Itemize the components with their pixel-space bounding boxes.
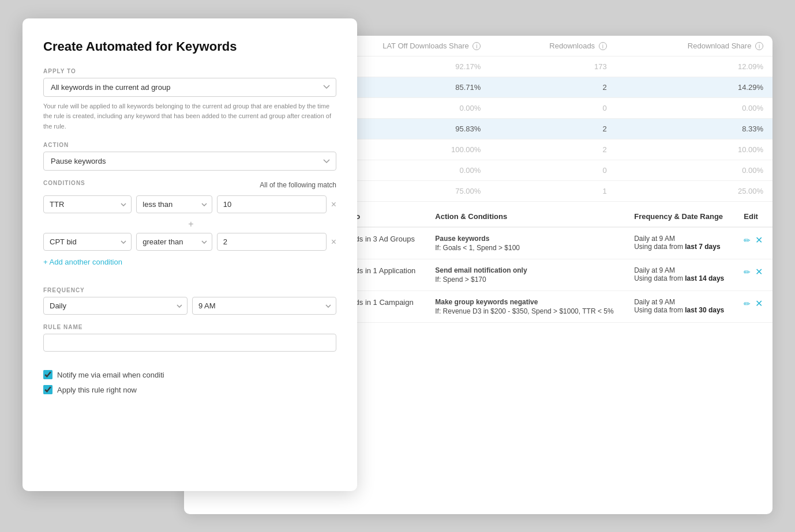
form-panel: Create Automated for Keywords APPLY TO A… xyxy=(22,18,357,491)
edit-pencil-icon[interactable]: ✏ xyxy=(744,236,751,245)
form-title: Create Automated for Keywords xyxy=(43,39,336,54)
lat-info-icon[interactable]: i xyxy=(472,42,481,50)
condition2-value-input[interactable] xyxy=(217,233,327,251)
action-label: ACTION xyxy=(43,142,336,148)
apply-now-label: Apply this rule right now xyxy=(57,386,137,394)
redownloads-info-icon[interactable]: i xyxy=(599,42,607,50)
frequency-row: Daily 9 AM xyxy=(43,297,336,315)
apply-to-select[interactable]: All keywords in the current ad group xyxy=(43,78,336,97)
conditions-match-text: All of the following match xyxy=(260,181,336,189)
condition1-operator-select[interactable]: less than xyxy=(136,195,212,213)
apply-now-checkbox[interactable] xyxy=(43,385,52,394)
col-redownloads: Redownloads i xyxy=(490,36,616,56)
condition1-value-input[interactable] xyxy=(217,195,327,213)
conditions-label: CONDITIONS xyxy=(43,180,85,186)
condition2-remove-button[interactable]: × xyxy=(331,237,336,247)
condition1-field-select[interactable]: TTR xyxy=(43,195,132,213)
frequency-label: FREQUENCY xyxy=(43,287,336,293)
edit-pencil-icon[interactable]: ✏ xyxy=(744,299,751,308)
notify-label: Notify me via email when conditi xyxy=(57,371,164,379)
action-select[interactable]: Pause keywords xyxy=(43,152,336,171)
rule-name-input[interactable] xyxy=(43,334,336,352)
add-condition-link[interactable]: + Add another condition xyxy=(43,258,122,266)
frequency-time-select[interactable]: 9 AM xyxy=(192,297,336,315)
notify-checkbox[interactable] xyxy=(43,370,52,379)
condition-separator: + xyxy=(46,219,336,229)
condition1-remove-button[interactable]: × xyxy=(331,200,336,209)
condition-row-2: CPT bid greater than × xyxy=(43,233,336,251)
condition2-field-select[interactable]: CPT bid xyxy=(43,233,132,251)
edit-pencil-icon[interactable]: ✏ xyxy=(744,267,751,277)
edit-delete-icon[interactable]: ✕ xyxy=(755,266,763,277)
apply-to-hint: Your rule will be applied to all keyword… xyxy=(43,101,336,132)
redownload-share-info-icon[interactable]: i xyxy=(755,42,763,50)
condition-row-1: TTR less than × xyxy=(43,195,336,213)
frequency-select[interactable]: Daily xyxy=(43,297,187,315)
rule-name-label: RULE NAME xyxy=(43,324,336,330)
edit-delete-icon[interactable]: ✕ xyxy=(755,235,763,246)
notify-checkbox-row: Notify me via email when conditi xyxy=(43,370,336,379)
apply-to-label: APPLY TO xyxy=(43,68,336,74)
apply-now-checkbox-row: Apply this rule right now xyxy=(43,385,336,394)
condition2-operator-select[interactable]: greater than xyxy=(136,233,212,251)
col-redownload-share: Redownload Share i xyxy=(616,36,772,56)
edit-delete-icon[interactable]: ✕ xyxy=(755,298,763,309)
